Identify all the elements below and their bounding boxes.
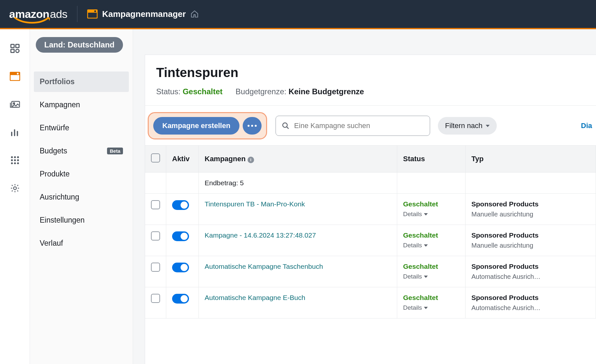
table-header-row: Aktiv Kampagneni Status Typ xyxy=(145,146,596,173)
checkbox[interactable] xyxy=(151,153,160,162)
panel-header: Tintenspuren Status: Geschaltet Budgetgr… xyxy=(145,55,596,106)
svg-point-6 xyxy=(16,49,19,53)
status-badge: Geschaltet xyxy=(403,263,459,270)
campaign-link[interactable]: Automatische Kampagne E-Buch xyxy=(205,294,305,301)
search-input[interactable] xyxy=(294,122,424,130)
checkbox[interactable] xyxy=(151,231,160,240)
type-sub: Manuelle ausrichtung xyxy=(471,211,590,218)
status-label: Status: xyxy=(156,87,181,96)
table-row: Automatische Kampagne E-Buch GeschaltetD… xyxy=(145,287,596,318)
type-sub: Manuelle ausrichtung xyxy=(471,242,590,249)
sidenav-einstellungen[interactable]: Einstellungen xyxy=(34,210,129,230)
topbar: amazon ads Kampagnenmanager xyxy=(0,0,596,29)
sidenav-kampagnen[interactable]: Kampagnen xyxy=(34,95,129,115)
main: Tintenspuren Status: Geschaltet Budgetgr… xyxy=(133,29,596,364)
active-toggle[interactable] xyxy=(172,200,189,210)
svg-point-23 xyxy=(17,162,19,164)
sidenav-produkte[interactable]: Produkte xyxy=(34,164,129,184)
panel: Tintenspuren Status: Geschaltet Budgetgr… xyxy=(145,55,596,364)
create-campaign-button[interactable]: Kampagne erstellen xyxy=(153,117,239,135)
checkbox[interactable] xyxy=(151,294,160,303)
toolbar: Kampagne erstellen Filtern nach Dia xyxy=(145,106,596,146)
rail-creatives-icon[interactable] xyxy=(9,99,20,110)
checkbox[interactable] xyxy=(151,263,160,272)
sidenav-label: Entwürfe xyxy=(40,124,69,132)
sidenav-budgets[interactable]: BudgetsBeta xyxy=(34,141,129,161)
sidenav-label: Einstellungen xyxy=(40,216,85,225)
table-row: Kampagne - 14.6.2024 13:27:48.027 Gescha… xyxy=(145,225,596,256)
sidenav-verlauf[interactable]: Verlauf xyxy=(34,233,129,254)
logo-ads: ads xyxy=(50,8,67,20)
details-link[interactable]: Details xyxy=(403,211,459,218)
create-more-button[interactable] xyxy=(243,117,262,135)
chevron-down-icon xyxy=(424,244,428,247)
svg-point-17 xyxy=(17,156,19,158)
sidenav: Portfolios Kampagnen Entwürfe BudgetsBet… xyxy=(34,72,129,254)
home-icon[interactable] xyxy=(190,10,199,18)
svg-point-11 xyxy=(13,103,15,104)
sidenav-label: Verlauf xyxy=(40,239,63,248)
svg-rect-5 xyxy=(11,49,14,53)
header-campaign[interactable]: Kampagneni xyxy=(199,146,397,173)
rail-settings-icon[interactable] xyxy=(9,183,20,194)
checkbox[interactable] xyxy=(151,200,160,209)
details-link[interactable]: Details xyxy=(403,242,459,249)
filter-label: Filtern nach xyxy=(445,122,482,130)
details-link[interactable]: Details xyxy=(403,304,459,311)
svg-point-15 xyxy=(11,156,13,158)
svg-point-21 xyxy=(11,162,13,164)
svg-rect-4 xyxy=(16,45,19,48)
toolbar-right-link[interactable]: Dia xyxy=(581,122,593,130)
filter-button[interactable]: Filtern nach xyxy=(438,117,497,135)
section-title[interactable]: Kampagnenmanager xyxy=(102,9,186,19)
info-icon[interactable]: i xyxy=(248,157,254,163)
budget-value: Keine Budgetgrenze xyxy=(289,87,364,96)
divider xyxy=(77,6,77,22)
sidenav-label: Portfolios xyxy=(40,77,74,86)
summary-cell: Endbetrag: 5 xyxy=(199,173,397,194)
campaign-link[interactable]: Tintenspuren TB - Man-Pro-Konk xyxy=(205,200,305,208)
logo[interactable]: amazon ads xyxy=(9,8,67,20)
sidenav-label: Ausrichtung xyxy=(40,193,79,202)
active-toggle[interactable] xyxy=(172,294,189,304)
active-toggle[interactable] xyxy=(172,263,189,272)
logo-amazon: amazon xyxy=(9,8,49,20)
type-value: Sponsored Products xyxy=(471,263,590,270)
rail-reports-icon[interactable] xyxy=(9,127,20,138)
svg-rect-3 xyxy=(11,45,14,48)
sidenav-entwuerfe[interactable]: Entwürfe xyxy=(34,118,129,138)
side-column: Land: Deutschland Portfolios Kampagnen E… xyxy=(30,29,133,364)
details-link[interactable]: Details xyxy=(403,273,459,280)
active-toggle[interactable] xyxy=(172,231,189,241)
status-badge: Geschaltet xyxy=(403,294,459,302)
svg-line-26 xyxy=(287,127,289,129)
rail-campaigns-icon[interactable] xyxy=(9,71,20,82)
header-active[interactable]: Aktiv xyxy=(166,146,199,173)
svg-point-19 xyxy=(14,159,16,161)
sidenav-ausrichtung[interactable]: Ausrichtung xyxy=(34,187,129,207)
campaign-link[interactable]: Kampagne - 14.6.2024 13:27:48.027 xyxy=(205,231,316,239)
ellipsis-icon xyxy=(248,125,257,127)
sidenav-label: Kampagnen xyxy=(40,100,80,109)
beta-badge: Beta xyxy=(107,148,123,154)
campaign-link[interactable]: Automatische Kampagne Taschenbuch xyxy=(205,263,323,270)
header-type[interactable]: Typ xyxy=(466,146,596,173)
search-icon xyxy=(282,122,290,130)
country-chip[interactable]: Land: Deutschland xyxy=(36,37,123,53)
svg-point-18 xyxy=(11,159,13,161)
table-summary-row: Endbetrag: 5 xyxy=(145,173,596,194)
chevron-down-icon xyxy=(424,213,428,215)
svg-point-22 xyxy=(14,162,16,164)
header-status[interactable]: Status xyxy=(397,146,466,173)
campaign-manager-icon xyxy=(87,9,98,19)
search-box[interactable] xyxy=(276,116,430,136)
rail-dashboard-icon[interactable] xyxy=(9,43,20,54)
type-value: Sponsored Products xyxy=(471,200,590,208)
sidenav-label: Produkte xyxy=(40,170,70,178)
rail-apps-icon[interactable] xyxy=(9,155,20,166)
table-row: Automatische Kampagne Taschenbuch Gescha… xyxy=(145,256,596,287)
sidenav-portfolios[interactable]: Portfolios xyxy=(34,72,129,92)
chevron-down-icon xyxy=(486,125,490,127)
type-sub: Automatische Ausrich… xyxy=(471,273,590,280)
svg-point-25 xyxy=(283,123,287,127)
